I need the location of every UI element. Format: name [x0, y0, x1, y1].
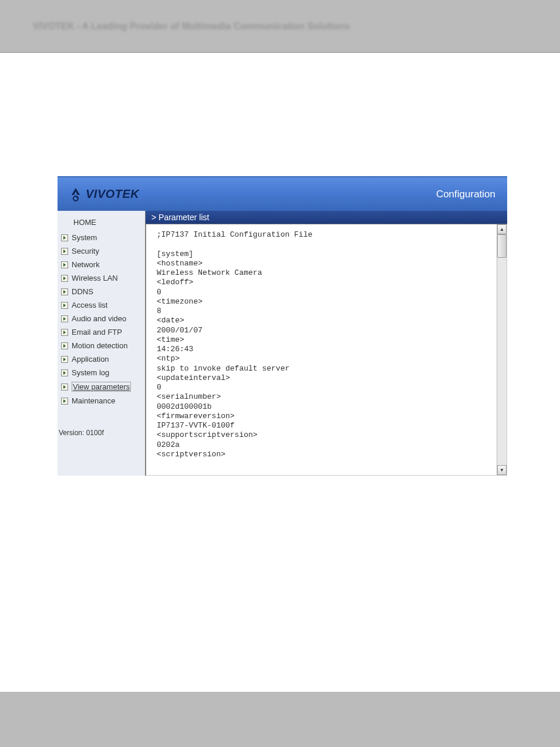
arrow-bullet-icon	[61, 275, 68, 282]
parameter-text: ;IP7137 Initial Configuration File [syst…	[146, 224, 507, 465]
arrow-bullet-icon	[61, 302, 68, 309]
content-header: > Parameter list	[146, 211, 507, 224]
arrow-bullet-icon	[61, 315, 68, 322]
scroll-down-button[interactable]: ▼	[497, 465, 507, 475]
arrow-bullet-icon	[61, 248, 68, 255]
scroll-track[interactable]	[497, 234, 507, 465]
sidebar-item-label: Security	[72, 247, 99, 255]
main-content-area: VIVOTEK Configuration HOME SystemSecurit…	[0, 53, 560, 476]
sidebar-item-motion-detection[interactable]: Motion detection	[58, 339, 145, 352]
sidebar-item-label: View parameters	[72, 382, 131, 392]
sidebar-item-access-list[interactable]: Access list	[58, 298, 145, 312]
scroll-up-button[interactable]: ▲	[497, 224, 507, 234]
sidebar-item-label: Application	[72, 355, 109, 364]
sidebar-item-application[interactable]: Application	[58, 352, 145, 366]
sidebar-item-label: Network	[72, 260, 100, 269]
sidebar-item-security[interactable]: Security	[58, 244, 145, 258]
content-area: > Parameter list ;IP7137 Initial Configu…	[146, 211, 507, 476]
sidebar-item-system[interactable]: System	[58, 231, 145, 244]
sidebar-item-label: Audio and video	[72, 314, 126, 323]
sidebar-item-wireless-lan[interactable]: Wireless LAN	[58, 271, 145, 285]
sidebar-item-label: System	[72, 233, 97, 242]
arrow-bullet-icon	[61, 342, 68, 349]
version-label: Version: 0100f	[58, 424, 145, 442]
arrow-bullet-icon	[61, 398, 68, 405]
page-header-band: VIVOTEK - A Leading Provider of Multimed…	[0, 0, 560, 53]
sidebar-item-label: Maintenance	[72, 396, 115, 405]
arrow-bullet-icon	[61, 288, 68, 295]
sidebar-item-label: DDNS	[72, 287, 93, 296]
arrow-bullet-icon	[61, 383, 68, 391]
sidebar-item-label: System log	[72, 368, 109, 377]
parameter-list-body: ;IP7137 Initial Configuration File [syst…	[146, 224, 507, 476]
vertical-scrollbar[interactable]: ▲ ▼	[497, 224, 507, 475]
sidebar-home-link[interactable]: HOME	[58, 214, 145, 231]
sidebar-item-audio-and-video[interactable]: Audio and video	[58, 312, 145, 325]
arrow-bullet-icon	[61, 356, 68, 363]
configuration-window: VIVOTEK Configuration HOME SystemSecurit…	[58, 176, 507, 476]
arrow-bullet-icon	[61, 261, 68, 268]
arrow-bullet-icon	[61, 369, 68, 376]
sidebar-item-label: Access list	[72, 301, 107, 309]
vivotek-logo-icon	[68, 187, 83, 202]
app-banner: VIVOTEK Configuration	[58, 177, 507, 211]
svg-point-1	[76, 196, 77, 197]
sidebar-item-label: Motion detection	[72, 341, 127, 350]
arrow-bullet-icon	[61, 329, 68, 336]
sidebar-item-system-log[interactable]: System log	[58, 366, 145, 379]
sidebar-item-ddns[interactable]: DDNS	[58, 285, 145, 298]
page-header-text: VIVOTEK - A Leading Provider of Multimed…	[33, 21, 350, 32]
sidebar-item-email-and-ftp[interactable]: Email and FTP	[58, 325, 145, 339]
sidebar-item-network[interactable]: Network	[58, 258, 145, 271]
body-area: HOME SystemSecurityNetworkWireless LANDD…	[58, 211, 507, 476]
page-footer-band	[0, 692, 560, 747]
sidebar-item-label: Email and FTP	[72, 328, 122, 337]
sidebar-item-label: Wireless LAN	[72, 274, 118, 282]
page-title: Configuration	[436, 189, 495, 200]
sidebar: HOME SystemSecurityNetworkWireless LANDD…	[58, 211, 146, 476]
arrow-bullet-icon	[61, 234, 68, 241]
sidebar-item-maintenance[interactable]: Maintenance	[58, 394, 145, 408]
logo-area: VIVOTEK	[68, 187, 139, 202]
sidebar-item-view-parameters[interactable]: View parameters	[58, 379, 145, 394]
logo-text: VIVOTEK	[86, 187, 139, 201]
scroll-thumb[interactable]	[497, 234, 507, 258]
